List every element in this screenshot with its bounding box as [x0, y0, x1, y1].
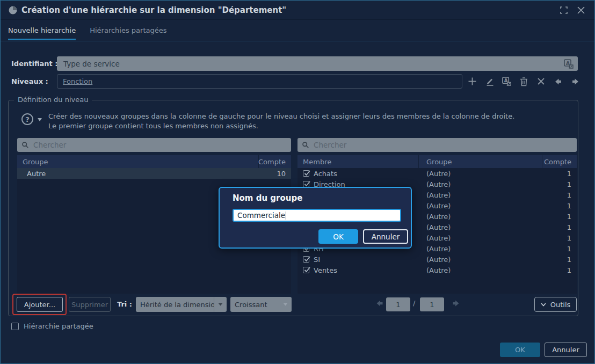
member-row[interactable]: Achats(Autre)1 — [298, 168, 577, 179]
member-group: (Autre) — [419, 256, 542, 264]
sort-by-dropdown[interactable]: Hérité de la dimension ( — [136, 297, 227, 312]
members-table-header: Membre Groupe Compte — [298, 155, 577, 168]
nom-du-groupe-modal: Nom du groupe Commerciale OK Annuler — [219, 187, 412, 249]
modal-ok-button[interactable]: OK — [318, 229, 358, 244]
hierarchy-dialog: Création d'une hiérarchie sur la dimensi… — [0, 0, 595, 364]
checkbox-checked-icon[interactable] — [303, 256, 309, 263]
niveaux-label: Niveaux : — [11, 77, 48, 85]
text-caret — [286, 212, 286, 220]
search-icon — [302, 141, 309, 149]
member-row[interactable]: Ventes(Autre)1 — [298, 265, 577, 275]
maximize-icon[interactable] — [558, 4, 570, 16]
svg-text:A: A — [566, 61, 570, 66]
member-count: 1 — [542, 202, 577, 210]
member-group: (Autre) — [419, 170, 542, 178]
modal-title: Nom du groupe — [233, 193, 302, 203]
member-search-input[interactable] — [314, 141, 572, 149]
supprimer-button[interactable]: Supprimer — [69, 297, 111, 312]
niveaux-field[interactable]: Fonction — [57, 74, 462, 89]
search-icon — [21, 141, 29, 149]
help-text: Créer des nouveaux groupes dans la colon… — [48, 112, 564, 131]
title-bar: Création d'une hiérarchie sur la dimensi… — [1, 1, 594, 20]
member-group: (Autre) — [419, 245, 542, 253]
member-count: 1 — [542, 170, 577, 178]
tab-bar: Nouvelle hierarchie Hiérarchies partagée… — [1, 20, 594, 42]
translate-icon[interactable]: A — [502, 76, 512, 86]
column-header-groupe[interactable]: Groupe — [419, 155, 542, 168]
checkbox-checked-icon[interactable] — [303, 170, 309, 177]
member-count: 1 — [542, 234, 577, 242]
member-group: (Autre) — [419, 180, 542, 188]
page-separator: / — [413, 299, 415, 307]
ajouter-button[interactable]: Ajouter... — [17, 297, 63, 312]
identifiant-label: Identifiant : — [11, 60, 58, 68]
fieldset-legend: Définition du niveau — [14, 96, 92, 104]
column-header-compte[interactable]: Compte — [542, 155, 577, 168]
tab-nouvelle-hierarchie[interactable]: Nouvelle hierarchie — [8, 23, 76, 40]
member-count: 1 — [542, 180, 577, 188]
page-previous-icon[interactable] — [376, 300, 383, 307]
levels-toolbar: A — [467, 74, 581, 89]
tab-hierarchies-partagees[interactable]: Hiérarchies partagées — [90, 23, 166, 40]
member-search-box[interactable] — [298, 138, 577, 152]
close-icon[interactable] — [575, 4, 587, 16]
member-count: 1 — [542, 223, 577, 231]
column-header-membre[interactable]: Membre — [298, 155, 419, 168]
member-name: Achats — [314, 170, 337, 178]
delete-x-icon[interactable] — [536, 76, 546, 86]
chevron-down-icon — [214, 297, 227, 312]
chevron-down-icon — [541, 303, 546, 307]
member-count: 1 — [542, 266, 577, 274]
member-group: (Autre) — [419, 234, 542, 242]
column-header-groupe[interactable]: Groupe — [17, 155, 259, 168]
group-search-input[interactable] — [33, 141, 287, 149]
group-name-input[interactable]: Commerciale — [233, 209, 401, 222]
outils-button[interactable]: Outils — [534, 297, 577, 312]
identifiant-input[interactable] — [57, 56, 578, 71]
modal-annuler-button[interactable]: Annuler — [363, 229, 408, 244]
sort-direction-dropdown[interactable]: Croissant — [230, 297, 292, 312]
translate-icon[interactable]: A — [563, 59, 574, 69]
annuler-button[interactable]: Annuler — [545, 343, 587, 357]
help-caret-icon[interactable] — [38, 118, 42, 121]
member-name: Ventes — [314, 266, 337, 274]
member-group: (Autre) — [419, 191, 542, 199]
column-header-compte[interactable]: Compte — [259, 155, 291, 168]
trash-icon[interactable] — [519, 76, 529, 86]
page-total-input[interactable] — [420, 297, 444, 311]
edit-pencil-icon[interactable] — [484, 76, 495, 86]
member-group: (Autre) — [419, 213, 542, 221]
chevron-down-icon — [279, 297, 292, 312]
add-icon[interactable] — [467, 76, 477, 86]
hierarchie-partagee-label: Hiérarchie partagée — [24, 322, 93, 330]
ok-button[interactable]: OK — [500, 343, 540, 357]
member-group: (Autre) — [419, 202, 542, 210]
member-row[interactable]: SI(Autre)1 — [298, 254, 577, 265]
level-fonction-link[interactable]: Fonction — [63, 77, 92, 85]
hierarchie-partagee-checkbox[interactable] — [11, 323, 19, 330]
arrow-left-icon[interactable] — [553, 76, 563, 86]
member-count: 1 — [542, 213, 577, 221]
member-group: (Autre) — [419, 223, 542, 231]
arrow-right-icon[interactable] — [570, 76, 581, 86]
groups-table-header: Groupe Compte — [17, 155, 291, 168]
dialog-title: Création d'une hiérarchie sur la dimensi… — [21, 5, 553, 15]
tri-label: Tri : — [117, 300, 132, 308]
member-group: (Autre) — [419, 266, 542, 274]
help-icon[interactable]: ? — [21, 113, 33, 125]
group-search-box[interactable] — [17, 138, 291, 152]
checkbox-checked-icon[interactable] — [303, 267, 309, 273]
member-name: SI — [314, 256, 320, 264]
member-count: 1 — [542, 191, 577, 199]
page-current-input[interactable] — [386, 297, 410, 311]
member-count: 1 — [542, 245, 577, 253]
page-next-icon[interactable] — [452, 300, 460, 307]
sphere-logo-icon — [8, 5, 18, 15]
member-count: 1 — [542, 256, 577, 264]
group-row-autre[interactable]: Autre 10 — [17, 168, 291, 179]
